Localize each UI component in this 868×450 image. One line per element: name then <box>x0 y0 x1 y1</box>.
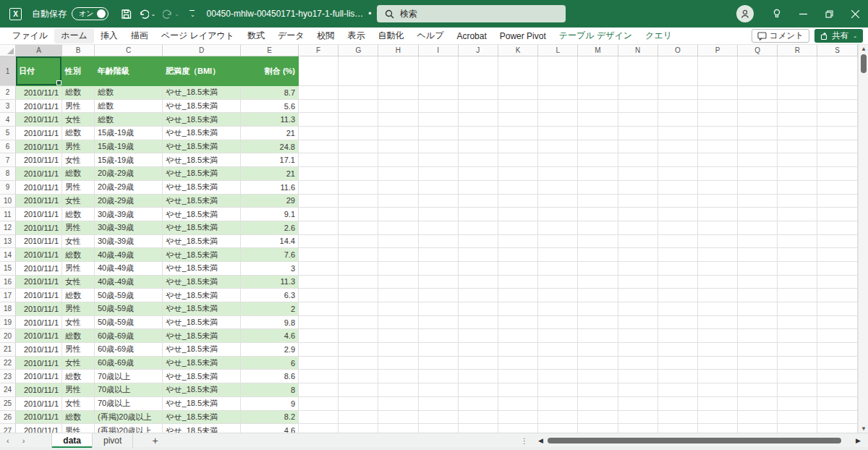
cell-R13[interactable] <box>778 235 817 249</box>
cell-M19[interactable] <box>578 316 618 330</box>
cell-M15[interactable] <box>578 262 618 276</box>
cell-G2[interactable] <box>339 86 378 100</box>
cell-N10[interactable] <box>618 195 658 208</box>
cell-O12[interactable] <box>658 221 698 235</box>
cell-O16[interactable] <box>658 276 698 289</box>
cell-N1[interactable] <box>618 56 658 86</box>
scroll-right-icon[interactable]: ▶ <box>856 437 861 444</box>
cell-D25[interactable]: やせ_18.5未満 <box>163 397 241 411</box>
ribbon-tab-ファイル[interactable]: ファイル <box>6 28 54 43</box>
cell-D9[interactable]: やせ_18.5未満 <box>163 181 241 195</box>
ribbon-tab-描画[interactable]: 描画 <box>124 28 155 43</box>
cell-C5[interactable]: 15歳-19歳 <box>95 127 163 140</box>
ribbon-tab-表示[interactable]: 表示 <box>341 28 372 43</box>
cell-R22[interactable] <box>778 357 817 370</box>
cell-Q22[interactable] <box>738 357 778 370</box>
cell-E5[interactable]: 21 <box>241 127 299 140</box>
cell-H3[interactable] <box>378 100 418 114</box>
cell-K26[interactable] <box>498 411 538 425</box>
cell-M18[interactable] <box>578 302 618 316</box>
cell-G21[interactable] <box>339 343 378 357</box>
row-header-4[interactable]: 4 <box>0 113 16 127</box>
cell-A1[interactable]: 日付 <box>16 56 62 86</box>
scroll-up-icon[interactable]: ▲ <box>859 46 868 52</box>
cell-F11[interactable] <box>299 208 339 221</box>
cell-S24[interactable] <box>817 383 857 397</box>
row-header-23[interactable]: 23 <box>0 370 16 383</box>
cell-R23[interactable] <box>778 370 817 383</box>
cell-O22[interactable] <box>658 357 698 370</box>
cell-K16[interactable] <box>498 276 538 289</box>
cell-G26[interactable] <box>339 411 378 425</box>
select-all-corner[interactable] <box>0 45 16 56</box>
vertical-scrollbar[interactable]: ▲ ▼ <box>858 45 868 433</box>
cell-P8[interactable] <box>698 167 738 181</box>
cell-K10[interactable] <box>498 195 538 208</box>
cell-N24[interactable] <box>618 383 658 397</box>
cell-B24[interactable]: 男性 <box>62 383 95 397</box>
cell-C11[interactable]: 30歳-39歳 <box>95 208 163 221</box>
cell-N5[interactable] <box>618 127 658 140</box>
cell-D24[interactable]: やせ_18.5未満 <box>163 383 241 397</box>
cell-P16[interactable] <box>698 276 738 289</box>
cell-J27[interactable] <box>459 424 498 433</box>
cell-L19[interactable] <box>538 316 578 330</box>
cell-G12[interactable] <box>339 221 378 235</box>
cell-G17[interactable] <box>339 289 378 302</box>
cell-Q20[interactable] <box>738 329 778 343</box>
cell-F3[interactable] <box>299 100 339 114</box>
account-avatar[interactable] <box>736 5 754 22</box>
cell-P15[interactable] <box>698 262 738 276</box>
cell-M1[interactable] <box>578 56 618 86</box>
cell-B20[interactable]: 総数 <box>62 329 95 343</box>
cell-J6[interactable] <box>459 140 498 154</box>
cell-K4[interactable] <box>498 113 538 127</box>
cell-D13[interactable]: やせ_18.5未満 <box>163 235 241 249</box>
cell-S22[interactable] <box>817 357 857 370</box>
column-header-F[interactable]: F <box>299 45 339 56</box>
cell-F8[interactable] <box>299 167 339 181</box>
cell-Q24[interactable] <box>738 383 778 397</box>
cell-K8[interactable] <box>498 167 538 181</box>
cell-L18[interactable] <box>538 302 578 316</box>
cell-Q4[interactable] <box>738 113 778 127</box>
cell-D5[interactable]: やせ_18.5未満 <box>163 127 241 140</box>
cell-O6[interactable] <box>658 140 698 154</box>
cell-L14[interactable] <box>538 248 578 262</box>
cell-L17[interactable] <box>538 289 578 302</box>
row-header-20[interactable]: 20 <box>0 329 16 343</box>
cell-L26[interactable] <box>538 411 578 425</box>
cell-A21[interactable]: 2010/11/1 <box>16 343 62 357</box>
column-header-R[interactable]: R <box>778 45 817 56</box>
cell-N20[interactable] <box>618 329 658 343</box>
cell-I3[interactable] <box>419 100 459 114</box>
cell-C27[interactable]: (再掲)20歳以上 <box>95 424 163 433</box>
row-header-10[interactable]: 10 <box>0 195 16 208</box>
cell-A11[interactable]: 2010/11/1 <box>16 208 62 221</box>
cell-H4[interactable] <box>378 113 418 127</box>
row-header-17[interactable]: 17 <box>0 289 16 302</box>
cell-O7[interactable] <box>658 153 698 167</box>
cell-H8[interactable] <box>378 167 418 181</box>
cell-M23[interactable] <box>578 370 618 383</box>
cell-J5[interactable] <box>459 127 498 140</box>
cell-C20[interactable]: 60歳-69歳 <box>95 329 163 343</box>
cell-B22[interactable]: 女性 <box>62 357 95 370</box>
cell-D22[interactable]: やせ_18.5未満 <box>163 357 241 370</box>
cell-A15[interactable]: 2010/11/1 <box>16 262 62 276</box>
cell-O11[interactable] <box>658 208 698 221</box>
sheet-nav-right-icon[interactable]: › <box>16 436 32 445</box>
cell-E15[interactable]: 3 <box>241 262 299 276</box>
cell-K12[interactable] <box>498 221 538 235</box>
cell-E26[interactable]: 8.2 <box>241 411 299 425</box>
cell-K18[interactable] <box>498 302 538 316</box>
cell-D10[interactable]: やせ_18.5未満 <box>163 195 241 208</box>
cell-E17[interactable]: 6.3 <box>241 289 299 302</box>
row-header-12[interactable]: 12 <box>0 221 16 235</box>
cell-K14[interactable] <box>498 248 538 262</box>
excel-app-icon[interactable]: X <box>9 8 22 20</box>
cell-O14[interactable] <box>658 248 698 262</box>
cell-I1[interactable] <box>419 56 459 86</box>
row-header-5[interactable]: 5 <box>0 127 16 140</box>
cell-O13[interactable] <box>658 235 698 249</box>
